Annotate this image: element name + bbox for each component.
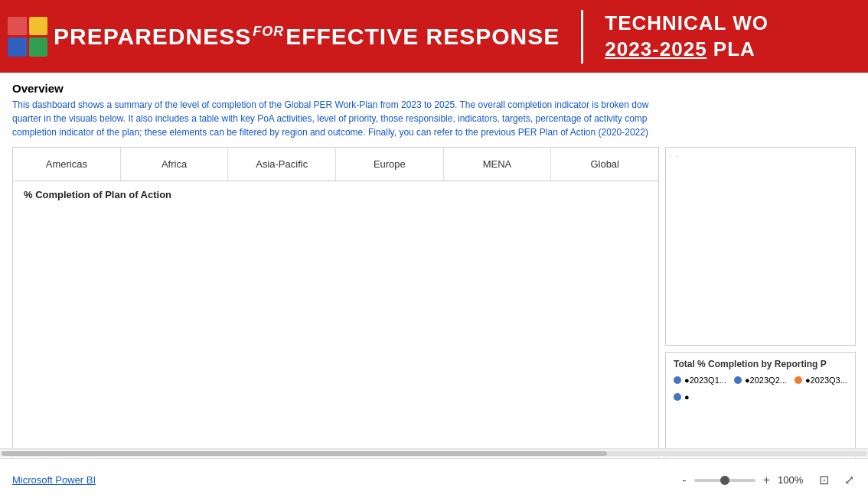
overview-text-2: quarter in the visuals below. It also in… xyxy=(12,112,856,125)
powerbi-link[interactable]: Microsoft Power BI xyxy=(12,474,96,486)
tab-global[interactable]: Global xyxy=(551,148,658,181)
tab-americas[interactable]: Americas xyxy=(13,148,121,181)
horizontal-scrollbar[interactable] xyxy=(0,448,868,457)
tab-europe[interactable]: Europe xyxy=(336,148,444,181)
overview-text-1: This dashboard shows a summary of the le… xyxy=(12,98,856,112)
zoom-level-label: 100% xyxy=(778,474,805,486)
scrollbar-thumb[interactable] xyxy=(2,451,607,456)
overview-text-3: completion indicator of the plan; these … xyxy=(12,125,856,139)
zoom-plus-button[interactable]: + xyxy=(760,473,773,487)
zoom-controls: - + 100% xyxy=(679,473,805,487)
legend-dot-more xyxy=(674,393,681,401)
logo-sq-yellow xyxy=(29,17,48,36)
legend-label-q3: ●2023Q3... xyxy=(805,376,847,385)
logo-icon xyxy=(8,17,47,57)
legend-label-more: ● xyxy=(684,392,690,402)
fit-screen-button[interactable]: ⊡ xyxy=(817,471,830,489)
header-right-title: TECHNICAL WO 2023-2025 PLA xyxy=(605,11,768,63)
header-right-line1: TECHNICAL WO xyxy=(605,11,768,34)
overview-title: Overview xyxy=(12,82,856,95)
title-preparedness: PREPAREDNESS xyxy=(54,24,251,49)
chart-empty-area xyxy=(24,205,648,476)
header-divider xyxy=(581,10,583,63)
right-panel: · · Total % Completion by Reporting P ●2… xyxy=(659,147,856,491)
completion-chart-title: Total % Completion by Reporting P xyxy=(674,359,847,369)
right-top-dots: · · xyxy=(669,151,679,161)
right-top-area: · · xyxy=(665,147,856,346)
scrollbar-track xyxy=(2,451,866,456)
fullscreen-button[interactable]: ⤢ xyxy=(843,471,856,489)
dashboard-area: Americas Africa Asia-Pacific Europe MENA… xyxy=(12,147,856,491)
bottom-bar: Microsoft Power BI - + 100% ⊡ ⤢ xyxy=(0,458,868,501)
bottom-right-controls: - + 100% ⊡ ⤢ xyxy=(679,471,856,489)
chart-area: % Completion of Plan of Action ⋯ xyxy=(13,181,658,490)
zoom-thumb xyxy=(720,476,729,485)
logo-sq-red xyxy=(8,17,27,36)
left-panel: Americas Africa Asia-Pacific Europe MENA… xyxy=(12,147,659,491)
legend-label-q1: ●2023Q1... xyxy=(684,376,726,385)
logo-sq-green xyxy=(29,37,48,57)
legend-dot-q1 xyxy=(674,376,681,384)
legend-item-q3: ●2023Q3... xyxy=(795,376,847,385)
title-for: FOR xyxy=(253,24,284,39)
header-logo: PREPAREDNESSFOREFFECTIVE RESPONSE TECHNI… xyxy=(8,10,768,63)
header-title: PREPAREDNESSFOREFFECTIVE RESPONSE xyxy=(54,24,560,50)
legend-label-q2: ●2023Q2... xyxy=(745,376,787,385)
legend-item-q2: ●2023Q2... xyxy=(734,376,787,385)
legend-dot-q2 xyxy=(734,376,742,384)
zoom-slider[interactable] xyxy=(694,479,755,482)
legend: ●2023Q1... ●2023Q2... ●2023Q3... ● xyxy=(674,376,847,402)
chart-title: % Completion of Plan of Action xyxy=(24,189,648,200)
header-right-year: 2023-2025 xyxy=(605,37,706,60)
header: PREPAREDNESSFOREFFECTIVE RESPONSE TECHNI… xyxy=(0,0,868,73)
legend-item-q1: ●2023Q1... xyxy=(674,376,726,385)
tab-asia-pacific[interactable]: Asia-Pacific xyxy=(228,148,336,181)
tabs-bar: Americas Africa Asia-Pacific Europe MENA… xyxy=(13,148,658,181)
legend-item-more: ● xyxy=(674,392,690,402)
title-effective: EFFECTIVE RESPONSE xyxy=(286,24,560,49)
tab-mena[interactable]: MENA xyxy=(444,148,552,181)
legend-dot-q3 xyxy=(795,376,802,384)
logo-sq-blue xyxy=(8,37,27,57)
tab-africa[interactable]: Africa xyxy=(121,148,229,181)
main-content: Overview This dashboard shows a summary … xyxy=(0,73,868,500)
zoom-minus-button[interactable]: - xyxy=(679,473,689,487)
header-right-plan: PLA xyxy=(713,37,755,60)
